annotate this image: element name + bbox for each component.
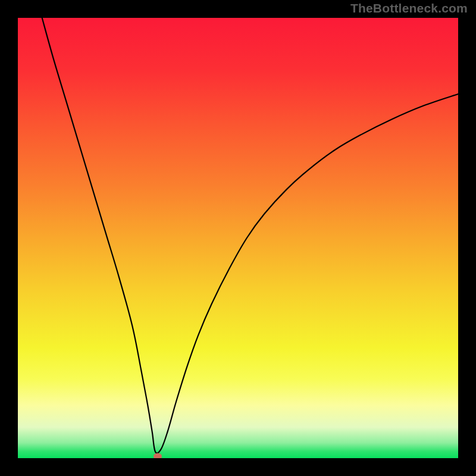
- watermark-label: TheBottleneck.com: [350, 1, 468, 15]
- plot-area: [18, 18, 458, 458]
- chart-frame: TheBottleneck.com: [0, 0, 476, 476]
- minimum-marker-icon: [154, 453, 162, 458]
- curve-layer: [18, 18, 458, 458]
- bottleneck-curve: [42, 18, 458, 453]
